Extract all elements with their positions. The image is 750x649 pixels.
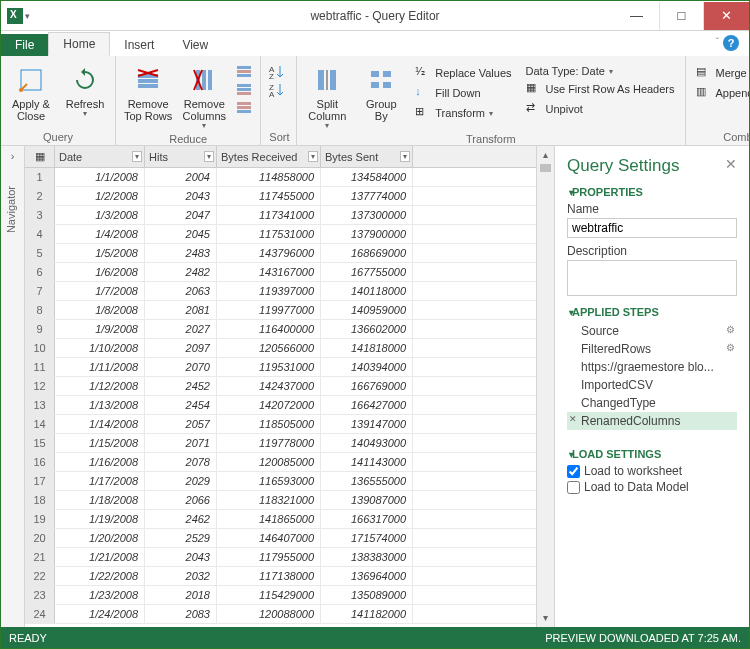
table-row[interactable]: 101/10/20082097120566000141818000 xyxy=(25,339,536,358)
table-row[interactable]: 61/6/20082482143167000167755000 xyxy=(25,263,536,282)
table-row[interactable]: 151/15/20082071119778000140493000 xyxy=(25,434,536,453)
table-row[interactable]: 11/1/20082004114858000134584000 xyxy=(25,168,536,187)
table-row[interactable]: 161/16/20082078120085000141143000 xyxy=(25,453,536,472)
load-to-data-model-checkbox[interactable]: Load to Data Model xyxy=(567,480,737,494)
filter-dropdown-icon[interactable]: ▾ xyxy=(132,151,142,162)
applied-step[interactable]: Source⚙ xyxy=(567,322,737,340)
table-row[interactable]: 181/18/20082066118321000139087000 xyxy=(25,491,536,510)
row-number: 23 xyxy=(25,586,55,604)
remove-errors-icon[interactable] xyxy=(236,82,252,98)
table-row[interactable]: 141/14/20082057118505000139147000 xyxy=(25,415,536,434)
description-input[interactable] xyxy=(567,260,737,296)
table-row[interactable]: 131/13/20082454142072000166427000 xyxy=(25,396,536,415)
filter-dropdown-icon[interactable]: ▾ xyxy=(204,151,214,162)
applied-steps-list: Source⚙FilteredRows⚙https://graemestore … xyxy=(567,322,737,430)
tab-home[interactable]: Home xyxy=(48,32,110,56)
table-row[interactable]: 231/23/20082018115429000135089000 xyxy=(25,586,536,605)
table-row[interactable]: 111/11/20082070119531000140394000 xyxy=(25,358,536,377)
col-hits[interactable]: Hits▾ xyxy=(145,146,217,167)
unpivot-button[interactable]: ⇄Unpivot xyxy=(524,100,677,118)
row-number: 1 xyxy=(25,168,55,186)
table-row[interactable]: 81/8/20082081119977000140959000 xyxy=(25,301,536,320)
group-query: Apply & Close Refresh ▾ Query xyxy=(1,56,116,145)
filter-dropdown-icon[interactable]: ▾ xyxy=(400,151,410,162)
applied-step[interactable]: RenamedColumns xyxy=(567,412,737,430)
table-row[interactable]: 71/7/20082063119397000140118000 xyxy=(25,282,536,301)
remove-top-rows-button[interactable]: Remove Top Rows xyxy=(124,60,172,131)
group-reduce: Remove Top Rows Remove Columns▾ Reduce xyxy=(116,56,261,145)
query-name-input[interactable] xyxy=(567,218,737,238)
table-row[interactable]: 121/12/20082452142437000166769000 xyxy=(25,377,536,396)
cell-bytes-received: 120088000 xyxy=(217,605,321,623)
scroll-thumb[interactable] xyxy=(540,164,551,172)
table-row[interactable]: 201/20/20082529146407000171574000 xyxy=(25,529,536,548)
table-row[interactable]: 51/5/20082483143796000168669000 xyxy=(25,244,536,263)
section-properties[interactable]: PROPERTIES xyxy=(567,186,737,198)
refresh-button[interactable]: Refresh ▾ xyxy=(63,60,107,129)
ribbon-collapse-icon[interactable]: ˇ xyxy=(716,37,719,48)
applied-step[interactable]: ChangedType xyxy=(567,394,737,412)
cell-hits: 2057 xyxy=(145,415,217,433)
vertical-scrollbar[interactable]: ▴ ▾ xyxy=(536,146,554,627)
group-sort: AZ ZA Sort xyxy=(261,56,297,145)
load-to-worksheet-checkbox[interactable]: Load to worksheet xyxy=(567,464,737,478)
table-row[interactable]: 211/21/20082043117955000138383000 xyxy=(25,548,536,567)
grid-header: ▦ Date▾ Hits▾ Bytes Received▾ Bytes Sent… xyxy=(25,146,536,168)
col-date[interactable]: Date▾ xyxy=(55,146,145,167)
section-applied-steps[interactable]: APPLIED STEPS xyxy=(567,306,737,318)
table-row[interactable]: 21/2/20082043117455000137774000 xyxy=(25,187,536,206)
help-icon[interactable]: ? xyxy=(723,35,739,51)
table-row[interactable]: 91/9/20082027116400000136602000 xyxy=(25,320,536,339)
filter-dropdown-icon[interactable]: ▾ xyxy=(308,151,318,162)
row-number: 21 xyxy=(25,548,55,566)
applied-step[interactable]: https://graemestore blo... xyxy=(567,358,737,376)
scroll-up-icon[interactable]: ▴ xyxy=(537,146,554,164)
data-type-button[interactable]: Data Type: Date▾ xyxy=(524,64,677,78)
remove-dup-icon[interactable] xyxy=(236,100,252,116)
applied-step[interactable]: FilteredRows⚙ xyxy=(567,340,737,358)
scroll-down-icon[interactable]: ▾ xyxy=(537,609,554,627)
cell-bytes-sent: 139147000 xyxy=(321,415,413,433)
col-bytes-received[interactable]: Bytes Received▾ xyxy=(217,146,321,167)
cell-date: 1/22/2008 xyxy=(55,567,145,585)
navigator-pane-collapsed[interactable]: › Navigator xyxy=(1,146,25,627)
gear-icon[interactable]: ⚙ xyxy=(726,324,735,335)
navigator-label: Navigator xyxy=(5,186,17,233)
table-row[interactable]: 221/22/20082032117138000136964000 xyxy=(25,567,536,586)
cell-hits: 2078 xyxy=(145,453,217,471)
cell-date: 1/8/2008 xyxy=(55,301,145,319)
table-row[interactable]: 191/19/20082462141865000166317000 xyxy=(25,510,536,529)
cell-bytes-sent: 141143000 xyxy=(321,453,413,471)
merge-queries-button[interactable]: ▤Merge Queries xyxy=(694,64,750,82)
gear-icon[interactable]: ⚙ xyxy=(726,342,735,353)
tab-insert[interactable]: Insert xyxy=(110,34,168,56)
pane-close-icon[interactable]: ✕ xyxy=(725,156,737,172)
split-column-button[interactable]: Split Column▾ xyxy=(305,60,349,131)
select-all-corner[interactable]: ▦ xyxy=(25,146,55,167)
append-queries-button[interactable]: ▥Append Queries xyxy=(694,84,750,102)
remove-alt-rows-icon[interactable] xyxy=(236,64,252,80)
table-row[interactable]: 41/4/20082045117531000137900000 xyxy=(25,225,536,244)
first-row-headers-button[interactable]: ▦Use First Row As Headers xyxy=(524,80,677,98)
col-bytes-sent[interactable]: Bytes Sent▾ xyxy=(321,146,413,167)
apply-close-button[interactable]: Apply & Close xyxy=(9,60,53,129)
expand-nav-icon[interactable]: › xyxy=(1,146,24,162)
ribbon-tabs: File Home Insert View ˇ ? xyxy=(1,31,749,56)
table-row[interactable]: 241/24/20082083120088000141182000 xyxy=(25,605,536,624)
tab-view[interactable]: View xyxy=(168,34,222,56)
transform-button[interactable]: ⊞Transform▾ xyxy=(413,104,513,122)
group-by-button[interactable]: Group By xyxy=(359,60,403,131)
tab-file[interactable]: File xyxy=(1,34,48,56)
section-load-settings[interactable]: LOAD SETTINGS xyxy=(567,448,737,460)
cell-date: 1/14/2008 xyxy=(55,415,145,433)
replace-values-button[interactable]: ¹⁄₂Replace Values xyxy=(413,64,513,82)
table-row[interactable]: 31/3/20082047117341000137300000 xyxy=(25,206,536,225)
cell-bytes-sent: 134584000 xyxy=(321,168,413,186)
row-number: 5 xyxy=(25,244,55,262)
fill-down-button[interactable]: ↓Fill Down xyxy=(413,84,513,102)
sort-asc-icon[interactable]: AZ xyxy=(269,64,285,80)
table-row[interactable]: 171/17/20082029116593000136555000 xyxy=(25,472,536,491)
applied-step[interactable]: ImportedCSV xyxy=(567,376,737,394)
remove-columns-button[interactable]: Remove Columns▾ xyxy=(182,60,226,131)
sort-desc-icon[interactable]: ZA xyxy=(269,82,285,98)
